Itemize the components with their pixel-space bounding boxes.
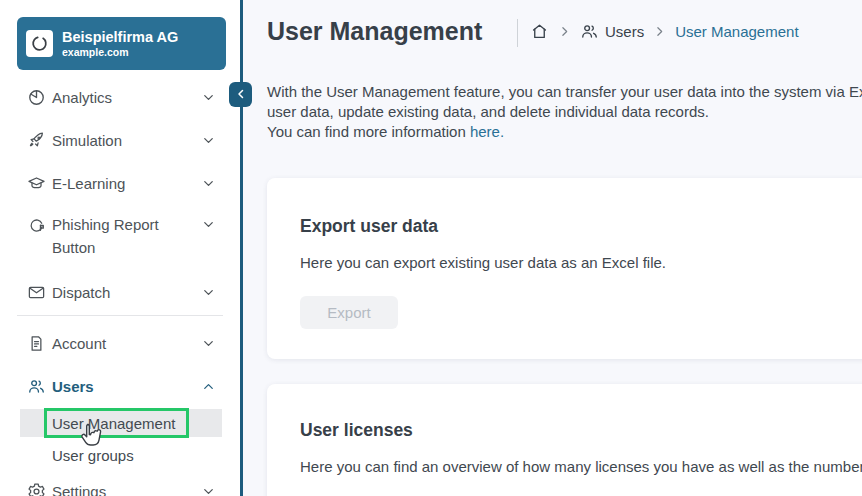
- intro-line-2: user data, update existing data, and del…: [267, 102, 862, 122]
- intro-line-1: With the User Management feature, you ca…: [267, 82, 862, 102]
- breadcrumb-users[interactable]: Users: [580, 22, 644, 41]
- user-licenses-card: User licenses Here you can find an overv…: [267, 384, 862, 496]
- more-information-link[interactable]: here.: [470, 123, 504, 140]
- sidebar-subitem-user-groups[interactable]: User groups: [52, 447, 134, 464]
- sidebar-collapse-button[interactable]: [229, 82, 252, 107]
- sidebar-subitem-user-management-label[interactable]: User Management: [52, 415, 175, 432]
- company-logo-icon: [26, 30, 53, 57]
- chevron-right-icon: [558, 25, 571, 38]
- chevron-down-icon: [201, 336, 216, 351]
- chevron-down-icon: [201, 285, 216, 300]
- sidebar-item-label: Simulation: [52, 129, 194, 152]
- graduation-cap-icon: [27, 174, 46, 193]
- card-description: Here you can find an overview of how man…: [300, 458, 862, 475]
- intro-paragraph: With the User Management feature, you ca…: [267, 82, 862, 142]
- document-icon: [27, 334, 46, 353]
- users-icon: [580, 22, 599, 41]
- company-card[interactable]: Beispielfirma AG example.com: [17, 17, 226, 70]
- intro-line-3: You can find more information here.: [267, 122, 862, 142]
- chevron-down-icon: [201, 217, 216, 232]
- chevron-right-icon: [653, 25, 666, 38]
- company-domain: example.com: [62, 46, 178, 59]
- breadcrumb: Users User Management: [530, 22, 799, 41]
- app-window: Beispielfirma AG example.com Analytics: [0, 0, 862, 496]
- title-breadcrumb-divider: [517, 19, 518, 47]
- sidebar-item-label: Account: [52, 332, 194, 355]
- home-icon: [530, 22, 549, 41]
- chevron-down-icon: [201, 90, 216, 105]
- sidebar-item-settings[interactable]: Settings: [0, 478, 240, 496]
- sidebar-item-label: Users: [52, 375, 194, 398]
- export-user-data-card: Export user data Here you can export exi…: [267, 178, 862, 359]
- sidebar-item-analytics[interactable]: Analytics: [0, 84, 240, 110]
- main-content: User Management: [243, 0, 862, 496]
- intro-line-3-text: You can find more information: [267, 123, 470, 140]
- rocket-icon: [27, 131, 46, 150]
- sidebar-item-label: Phishing Report Button: [52, 213, 194, 259]
- breadcrumb-home[interactable]: [530, 22, 549, 41]
- sidebar: Beispielfirma AG example.com Analytics: [0, 0, 240, 496]
- phishing-hook-icon: [27, 216, 46, 235]
- company-name: Beispielfirma AG: [62, 29, 178, 46]
- chevron-left-icon: [235, 86, 247, 104]
- sidebar-item-simulation[interactable]: Simulation: [0, 127, 240, 153]
- sidebar-item-dispatch[interactable]: Dispatch: [0, 279, 240, 305]
- card-description: Here you can export existing user data a…: [300, 254, 862, 271]
- chevron-down-icon: [201, 133, 216, 148]
- sidebar-item-label: Dispatch: [52, 281, 194, 304]
- pie-chart-icon: [27, 88, 46, 107]
- sidebar-item-label: E-Learning: [52, 172, 194, 195]
- sidebar-item-phishing-report-button[interactable]: Phishing Report Button: [0, 213, 240, 262]
- export-button[interactable]: Export: [300, 296, 398, 329]
- page-title: User Management: [267, 17, 482, 46]
- sidebar-divider: [17, 315, 223, 316]
- chevron-up-icon: [201, 379, 216, 394]
- envelope-icon: [27, 283, 46, 302]
- chevron-down-icon: [201, 176, 216, 191]
- card-title: User licenses: [300, 420, 862, 441]
- gear-icon: [27, 482, 46, 496]
- card-title: Export user data: [300, 216, 862, 237]
- chevron-down-icon: [201, 484, 216, 496]
- sidebar-item-elearning[interactable]: E-Learning: [0, 170, 240, 196]
- sidebar-item-account[interactable]: Account: [0, 330, 240, 356]
- sidebar-item-label: Settings: [52, 480, 194, 496]
- breadcrumb-current[interactable]: User Management: [675, 23, 798, 40]
- company-text: Beispielfirma AG example.com: [62, 29, 178, 59]
- users-icon: [27, 377, 46, 396]
- breadcrumb-users-label: Users: [605, 23, 644, 40]
- sidebar-item-users[interactable]: Users: [0, 373, 240, 399]
- sidebar-item-label: Analytics: [52, 86, 194, 109]
